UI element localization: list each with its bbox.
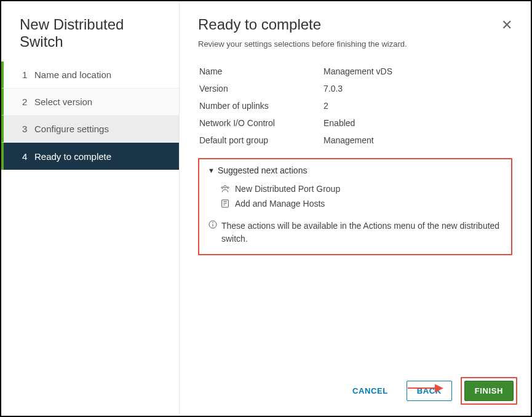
suggested-header-label: Suggested next actions [218, 165, 308, 175]
svg-point-9 [213, 223, 213, 223]
step-number: 1 [22, 70, 34, 80]
step-configure-settings[interactable]: 3 Configure settings [1, 116, 179, 143]
step-ready-complete[interactable]: 4 Ready to complete [1, 143, 179, 170]
label-nioc: Network I/O Control [199, 115, 322, 131]
row-name: Name Management vDS [199, 63, 511, 79]
svg-point-2 [227, 187, 229, 189]
action-new-port-group: New Distributed Port Group [208, 181, 502, 196]
row-version: Version 7.0.3 [199, 81, 511, 97]
label-portgroup: Default port group [199, 132, 322, 148]
svg-point-0 [224, 186, 226, 188]
suggested-header[interactable]: ▼ Suggested next actions [208, 165, 502, 175]
close-icon[interactable]: ✕ [501, 16, 512, 32]
row-uplinks: Number of uplinks 2 [199, 98, 511, 114]
main-header: Ready to complete ✕ [198, 16, 512, 33]
settings-summary: Name Management vDS Version 7.0.3 Number… [198, 62, 512, 149]
wizard-footer: CANCEL BACK FINISH ▶ [343, 377, 517, 405]
value-name: Management vDS [324, 63, 511, 79]
step-label: Select version [34, 97, 92, 107]
hosts-icon [220, 199, 230, 208]
back-button[interactable]: BACK [407, 381, 452, 401]
step-label: Ready to complete [34, 151, 111, 162]
row-portgroup: Default port group Management [199, 132, 511, 148]
suggested-info: These actions will be available in the A… [208, 220, 502, 245]
label-version: Version [199, 81, 322, 97]
cancel-button[interactable]: CANCEL [343, 381, 398, 400]
page-subtitle: Review your settings selections before f… [198, 39, 512, 49]
action-label: New Distributed Port Group [235, 184, 340, 194]
port-group-icon [220, 184, 230, 194]
step-name-location[interactable]: 1 Name and location [1, 62, 179, 89]
step-number: 3 [22, 124, 34, 134]
info-text: These actions will be available in the A… [221, 220, 502, 245]
action-manage-hosts: Add and Manage Hosts [208, 196, 502, 211]
step-number: 2 [22, 97, 34, 107]
page-title: Ready to complete [198, 16, 321, 33]
action-label: Add and Manage Hosts [235, 199, 325, 208]
value-uplinks: 2 [324, 98, 511, 114]
wizard-main: Ready to complete ✕ Review your settings… [180, 1, 531, 416]
svg-rect-3 [222, 200, 229, 207]
label-name: Name [199, 63, 322, 79]
wizard-title: New Distributed Switch [1, 16, 179, 62]
wizard-steps: 1 Name and location 2 Select version 3 C… [1, 62, 179, 170]
wizard-dialog: New Distributed Switch 1 Name and locati… [1, 1, 531, 416]
svg-point-1 [221, 187, 223, 189]
step-label: Name and location [34, 70, 111, 80]
chevron-down-icon: ▼ [208, 167, 215, 174]
finish-highlight: FINISH [461, 377, 517, 405]
finish-button[interactable]: FINISH [464, 381, 514, 401]
step-number: 4 [22, 151, 34, 162]
label-uplinks: Number of uplinks [199, 98, 322, 114]
value-version: 7.0.3 [324, 81, 511, 97]
value-portgroup: Management [324, 132, 511, 148]
wizard-sidebar: New Distributed Switch 1 Name and locati… [1, 1, 180, 416]
value-nioc: Enabled [324, 115, 511, 131]
row-nioc: Network I/O Control Enabled [199, 115, 511, 131]
step-select-version[interactable]: 2 Select version [1, 89, 179, 116]
suggested-actions-box: ▼ Suggested next actions New Distributed… [198, 158, 512, 255]
step-label: Configure settings [34, 124, 109, 134]
info-icon [208, 220, 218, 229]
